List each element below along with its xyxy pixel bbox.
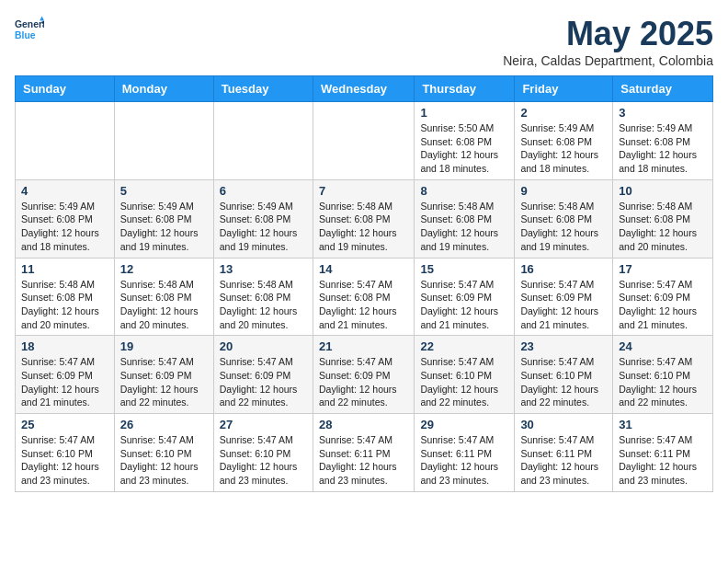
- day-number: 18: [21, 339, 108, 353]
- calendar-week-3: 11Sunrise: 5:48 AM Sunset: 6:08 PM Dayli…: [16, 258, 713, 336]
- day-info: Sunrise: 5:47 AM Sunset: 6:09 PM Dayligh…: [420, 278, 508, 332]
- svg-text:Blue: Blue: [15, 30, 36, 40]
- month-title: May 2025: [503, 15, 713, 53]
- weekday-header-saturday: Saturday: [613, 76, 713, 102]
- weekday-header-friday: Friday: [515, 76, 613, 102]
- day-info: Sunrise: 5:49 AM Sunset: 6:08 PM Dayligh…: [520, 121, 607, 176]
- calendar-cell: 24Sunrise: 5:47 AM Sunset: 6:10 PM Dayli…: [613, 336, 713, 414]
- weekday-header-thursday: Thursday: [415, 76, 515, 102]
- day-info: Sunrise: 5:47 AM Sunset: 6:09 PM Dayligh…: [619, 278, 707, 332]
- calendar-cell: 19Sunrise: 5:47 AM Sunset: 6:09 PM Dayli…: [114, 336, 213, 414]
- title-block: May 2025 Neira, Caldas Department, Colom…: [503, 15, 713, 68]
- day-info: Sunrise: 5:49 AM Sunset: 6:08 PM Dayligh…: [21, 200, 108, 254]
- weekday-header-sunday: Sunday: [16, 76, 115, 102]
- calendar-cell: 23Sunrise: 5:47 AM Sunset: 6:10 PM Dayli…: [515, 336, 613, 414]
- calendar-cell: 31Sunrise: 5:47 AM Sunset: 6:11 PM Dayli…: [613, 414, 713, 492]
- calendar-week-4: 18Sunrise: 5:47 AM Sunset: 6:09 PM Dayli…: [16, 336, 713, 414]
- day-info: Sunrise: 5:47 AM Sunset: 6:09 PM Dayligh…: [220, 355, 307, 409]
- calendar-cell: 16Sunrise: 5:47 AM Sunset: 6:09 PM Dayli…: [515, 258, 613, 336]
- day-number: 21: [319, 339, 408, 353]
- day-info: Sunrise: 5:50 AM Sunset: 6:08 PM Dayligh…: [420, 121, 508, 176]
- day-info: Sunrise: 5:48 AM Sunset: 6:08 PM Dayligh…: [619, 200, 707, 254]
- calendar-cell: 11Sunrise: 5:48 AM Sunset: 6:08 PM Dayli…: [16, 258, 115, 336]
- calendar-cell: 30Sunrise: 5:47 AM Sunset: 6:11 PM Dayli…: [515, 414, 613, 492]
- calendar-cell: 6Sunrise: 5:49 AM Sunset: 6:08 PM Daylig…: [213, 179, 313, 258]
- calendar-cell: 5Sunrise: 5:49 AM Sunset: 6:08 PM Daylig…: [114, 179, 213, 258]
- day-number: 6: [220, 184, 307, 198]
- day-number: 19: [120, 339, 208, 353]
- calendar-cell: 14Sunrise: 5:47 AM Sunset: 6:08 PM Dayli…: [313, 258, 414, 336]
- calendar-cell: 27Sunrise: 5:47 AM Sunset: 6:10 PM Dayli…: [213, 414, 313, 492]
- calendar-cell: 13Sunrise: 5:48 AM Sunset: 6:08 PM Dayli…: [213, 258, 313, 336]
- calendar-cell: 10Sunrise: 5:48 AM Sunset: 6:08 PM Dayli…: [613, 179, 713, 258]
- svg-marker-2: [40, 17, 44, 21]
- day-number: 27: [220, 418, 307, 431]
- calendar-week-5: 25Sunrise: 5:47 AM Sunset: 6:10 PM Dayli…: [16, 414, 713, 492]
- day-info: Sunrise: 5:47 AM Sunset: 6:11 PM Dayligh…: [619, 433, 707, 488]
- day-info: Sunrise: 5:47 AM Sunset: 6:08 PM Dayligh…: [319, 278, 408, 332]
- day-number: 10: [619, 184, 707, 198]
- day-number: 17: [619, 262, 707, 276]
- day-info: Sunrise: 5:47 AM Sunset: 6:09 PM Dayligh…: [21, 355, 108, 409]
- calendar-cell: 2Sunrise: 5:49 AM Sunset: 6:08 PM Daylig…: [515, 102, 613, 180]
- day-number: 24: [619, 339, 707, 353]
- calendar-cell: 8Sunrise: 5:48 AM Sunset: 6:08 PM Daylig…: [415, 179, 515, 258]
- day-number: 5: [120, 184, 208, 198]
- calendar-cell: [16, 102, 115, 180]
- day-info: Sunrise: 5:47 AM Sunset: 6:10 PM Dayligh…: [520, 355, 607, 409]
- calendar-cell: 29Sunrise: 5:47 AM Sunset: 6:11 PM Dayli…: [415, 414, 515, 492]
- calendar-cell: 9Sunrise: 5:48 AM Sunset: 6:08 PM Daylig…: [515, 179, 613, 258]
- day-info: Sunrise: 5:47 AM Sunset: 6:10 PM Dayligh…: [21, 433, 108, 488]
- day-info: Sunrise: 5:49 AM Sunset: 6:08 PM Dayligh…: [120, 200, 208, 254]
- day-number: 12: [120, 262, 208, 276]
- calendar-cell: 3Sunrise: 5:49 AM Sunset: 6:08 PM Daylig…: [613, 102, 713, 180]
- calendar-cell: 21Sunrise: 5:47 AM Sunset: 6:09 PM Dayli…: [313, 336, 414, 414]
- day-info: Sunrise: 5:49 AM Sunset: 6:08 PM Dayligh…: [220, 200, 307, 254]
- calendar-cell: 1Sunrise: 5:50 AM Sunset: 6:08 PM Daylig…: [415, 102, 515, 180]
- day-info: Sunrise: 5:48 AM Sunset: 6:08 PM Dayligh…: [420, 200, 508, 254]
- day-info: Sunrise: 5:48 AM Sunset: 6:08 PM Dayligh…: [520, 200, 607, 254]
- day-number: 14: [319, 262, 408, 276]
- calendar-cell: 25Sunrise: 5:47 AM Sunset: 6:10 PM Dayli…: [16, 414, 115, 492]
- day-info: Sunrise: 5:48 AM Sunset: 6:08 PM Dayligh…: [21, 278, 108, 332]
- calendar-cell: 12Sunrise: 5:48 AM Sunset: 6:08 PM Dayli…: [114, 258, 213, 336]
- day-number: 3: [619, 106, 707, 120]
- day-info: Sunrise: 5:48 AM Sunset: 6:08 PM Dayligh…: [319, 200, 408, 254]
- day-info: Sunrise: 5:47 AM Sunset: 6:09 PM Dayligh…: [120, 355, 208, 409]
- calendar-cell: 28Sunrise: 5:47 AM Sunset: 6:11 PM Dayli…: [313, 414, 414, 492]
- page-header: General Blue May 2025 Neira, Caldas Depa…: [15, 15, 713, 68]
- calendar-week-1: 1Sunrise: 5:50 AM Sunset: 6:08 PM Daylig…: [16, 102, 713, 180]
- calendar-cell: 22Sunrise: 5:47 AM Sunset: 6:10 PM Dayli…: [415, 336, 515, 414]
- day-info: Sunrise: 5:48 AM Sunset: 6:08 PM Dayligh…: [120, 278, 208, 332]
- day-number: 22: [420, 339, 508, 353]
- calendar-cell: 15Sunrise: 5:47 AM Sunset: 6:09 PM Dayli…: [415, 258, 515, 336]
- day-info: Sunrise: 5:49 AM Sunset: 6:08 PM Dayligh…: [619, 121, 707, 176]
- day-number: 31: [619, 418, 707, 431]
- weekday-header-wednesday: Wednesday: [313, 76, 414, 102]
- day-info: Sunrise: 5:47 AM Sunset: 6:11 PM Dayligh…: [420, 433, 508, 488]
- calendar-cell: [114, 102, 213, 180]
- day-number: 2: [520, 106, 607, 120]
- day-info: Sunrise: 5:47 AM Sunset: 6:10 PM Dayligh…: [120, 433, 208, 488]
- calendar-cell: 4Sunrise: 5:49 AM Sunset: 6:08 PM Daylig…: [16, 179, 115, 258]
- calendar-cell: [313, 102, 414, 180]
- calendar-week-2: 4Sunrise: 5:49 AM Sunset: 6:08 PM Daylig…: [16, 179, 713, 258]
- calendar-cell: 18Sunrise: 5:47 AM Sunset: 6:09 PM Dayli…: [16, 336, 115, 414]
- logo-icon: General Blue: [15, 15, 44, 44]
- day-number: 25: [21, 418, 108, 431]
- location: Neira, Caldas Department, Colombia: [503, 53, 713, 68]
- day-number: 15: [420, 262, 508, 276]
- day-number: 28: [319, 418, 408, 431]
- day-number: 11: [21, 262, 108, 276]
- calendar-cell: [213, 102, 313, 180]
- calendar-cell: 26Sunrise: 5:47 AM Sunset: 6:10 PM Dayli…: [114, 414, 213, 492]
- day-number: 23: [520, 339, 607, 353]
- day-number: 26: [120, 418, 208, 431]
- calendar-cell: 7Sunrise: 5:48 AM Sunset: 6:08 PM Daylig…: [313, 179, 414, 258]
- day-number: 16: [520, 262, 607, 276]
- day-number: 4: [21, 184, 108, 198]
- day-info: Sunrise: 5:47 AM Sunset: 6:09 PM Dayligh…: [319, 355, 408, 409]
- calendar-table: SundayMondayTuesdayWednesdayThursdayFrid…: [15, 75, 713, 492]
- day-info: Sunrise: 5:47 AM Sunset: 6:10 PM Dayligh…: [220, 433, 307, 488]
- day-info: Sunrise: 5:47 AM Sunset: 6:10 PM Dayligh…: [420, 355, 508, 409]
